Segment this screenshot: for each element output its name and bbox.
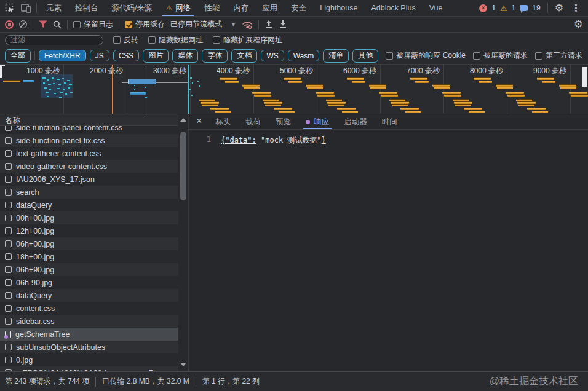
import-har-icon[interactable] xyxy=(264,20,273,29)
kebab-menu-icon[interactable]: ⋮ xyxy=(568,2,584,14)
record-icon[interactable] xyxy=(5,20,14,29)
file-checkbox-icon[interactable] xyxy=(5,215,12,221)
chip-Fetch/XHR[interactable]: Fetch/XHR xyxy=(39,50,86,61)
file-checkbox-icon[interactable] xyxy=(5,137,12,144)
file-checkbox-icon[interactable] xyxy=(5,344,12,350)
table-row[interactable]: IAU2006_XYS_17.json xyxy=(0,173,178,186)
checkbox-box-checked[interactable] xyxy=(125,21,132,28)
chip-图片[interactable]: 图片 xyxy=(143,49,169,63)
table-row[interactable]: search xyxy=(0,186,178,199)
file-checkbox-icon[interactable] xyxy=(5,227,12,234)
detail-tab-标头[interactable]: 标头 xyxy=(208,114,238,129)
filter-input[interactable] xyxy=(5,35,103,45)
tab-Adblock Plus[interactable]: Adblock Plus xyxy=(364,0,422,16)
file-checkbox-icon[interactable] xyxy=(5,253,12,260)
name-column-header[interactable]: 名称 xyxy=(0,114,188,126)
tab-应用[interactable]: 应用 xyxy=(255,0,284,16)
overview-scroll-indicator[interactable] xyxy=(582,67,587,87)
table-row[interactable]: side-function-panel-fix.css xyxy=(0,134,178,147)
checkbox-box[interactable] xyxy=(113,36,121,44)
error-badge-icon[interactable]: ✕ xyxy=(479,4,487,12)
file-checkbox-icon[interactable] xyxy=(5,240,12,247)
detail-tab-预览[interactable]: 预览 xyxy=(268,114,298,129)
chip-其他[interactable]: 其他 xyxy=(352,49,378,63)
table-row[interactable]: content.css xyxy=(0,302,178,315)
detail-tab-启动器[interactable]: 启动器 xyxy=(336,114,375,129)
table-row[interactable]: ...EPSG%3A4326%3A08d...B xyxy=(0,366,178,371)
table-row[interactable]: 12h+00.jpg xyxy=(0,224,178,237)
file-checkbox-icon[interactable] xyxy=(5,163,12,170)
checkbox-box[interactable] xyxy=(148,36,156,44)
table-row[interactable]: 06h+00.jpg xyxy=(0,237,178,250)
checkbox-box[interactable] xyxy=(386,52,393,60)
warning-badge-icon[interactable]: ⚠ xyxy=(500,4,507,12)
chip-CSS[interactable]: CSS xyxy=(113,50,140,61)
scroll-down-icon[interactable] xyxy=(180,363,186,366)
tab-内存[interactable]: 内存 xyxy=(226,0,255,16)
network-conditions-icon[interactable] xyxy=(242,20,253,29)
table-row[interactable]: subUnsubObjectAttributes xyxy=(0,341,178,353)
network-overview-timeline[interactable]: 1000 毫秒2000 毫秒3000 毫秒4000 毫秒5000 毫秒6000 … xyxy=(0,65,588,114)
file-checkbox-icon[interactable] xyxy=(5,305,12,312)
file-checkbox-icon[interactable] xyxy=(5,357,12,363)
blocked-filter-checkbox[interactable]: 被屏蔽的请求 xyxy=(473,50,528,61)
file-checkbox-icon[interactable] xyxy=(5,150,12,157)
document-purple-icon[interactable] xyxy=(5,331,11,338)
checkbox-box[interactable] xyxy=(535,52,542,60)
file-checkbox-icon[interactable] xyxy=(5,176,12,183)
table-row[interactable]: 06h+90.jpg xyxy=(0,263,178,276)
scroll-up-icon[interactable] xyxy=(180,118,186,122)
chip-媒体[interactable]: 媒体 xyxy=(172,49,198,63)
preserve-log-checkbox[interactable]: 保留日志 xyxy=(73,19,113,30)
detail-tab-载荷[interactable]: 载荷 xyxy=(238,114,268,129)
table-row[interactable]: text-gatherer-content.css xyxy=(0,147,178,160)
table-row[interactable]: dataQuery xyxy=(0,199,178,211)
table-row[interactable]: 00h+00.jpg xyxy=(0,211,178,224)
chip-Wasm[interactable]: Wasm xyxy=(288,50,320,61)
file-checkbox-icon[interactable] xyxy=(5,189,12,196)
chip-WS[interactable]: WS xyxy=(261,50,284,61)
filter-checkbox[interactable]: 隐藏数据网址 xyxy=(148,35,203,45)
chip-字体[interactable]: 字体 xyxy=(202,49,228,63)
tab-源代码/来源[interactable]: 源代码/来源 xyxy=(105,0,159,16)
file-checkbox-icon[interactable] xyxy=(5,266,12,273)
tab-元素[interactable]: 元素 xyxy=(39,0,68,16)
filter-icon[interactable] xyxy=(39,20,47,28)
chip-全部[interactable]: 全部 xyxy=(5,49,31,63)
checkbox-box[interactable] xyxy=(473,52,480,60)
file-checkbox-icon[interactable] xyxy=(5,202,12,208)
scrollbar-thumb[interactable] xyxy=(180,132,186,200)
checkbox-box[interactable] xyxy=(73,21,81,28)
checkbox-box[interactable] xyxy=(213,36,220,44)
chip-文档[interactable]: 文档 xyxy=(231,49,257,63)
request-list-scrollbar[interactable] xyxy=(178,114,188,371)
table-row[interactable]: sidebar.css xyxy=(0,315,178,328)
gear-icon[interactable]: ⚙ xyxy=(555,3,563,13)
table-row[interactable]: 0.jpg xyxy=(0,353,178,366)
throttle-select[interactable]: 已停用节流模式 ▼ xyxy=(170,19,236,30)
blocked-filter-checkbox[interactable]: 第三方请求 xyxy=(535,50,582,61)
file-checkbox-icon[interactable] xyxy=(5,279,12,286)
table-row[interactable]: video-gatherer-content.css xyxy=(0,160,178,173)
close-icon[interactable]: × xyxy=(195,116,208,128)
filter-checkbox[interactable]: 反转 xyxy=(113,35,138,45)
table-row[interactable]: 18h+00.jpg xyxy=(0,250,178,263)
network-settings-gear-icon[interactable]: ⚙ xyxy=(574,19,583,30)
tab-安全[interactable]: 安全 xyxy=(284,0,313,16)
export-har-icon[interactable] xyxy=(279,20,287,29)
messages-badge-icon[interactable] xyxy=(520,5,528,11)
disable-cache-checkbox[interactable]: 停用缓存 xyxy=(125,19,165,30)
chip-JS[interactable]: JS xyxy=(90,50,109,61)
detail-tab-响应[interactable]: 响应 xyxy=(298,114,336,129)
tab-控制台[interactable]: 控制台 xyxy=(68,0,105,16)
tab-性能[interactable]: 性能 xyxy=(197,0,226,16)
file-checkbox-icon[interactable] xyxy=(5,292,12,299)
chip-清单[interactable]: 清单 xyxy=(323,49,349,63)
response-editor[interactable]: 1 {"data": "mock 测试数据"} xyxy=(189,130,588,146)
tab-网络[interactable]: ⚠网络 xyxy=(159,0,197,16)
detail-tab-时间[interactable]: 时间 xyxy=(375,114,405,129)
table-row[interactable]: dataQuery xyxy=(0,289,178,302)
table-row[interactable]: getSchemaTree xyxy=(0,328,178,341)
table-row[interactable]: 06h-90.jpg xyxy=(0,276,178,289)
tab-Vue[interactable]: Vue xyxy=(423,0,450,16)
